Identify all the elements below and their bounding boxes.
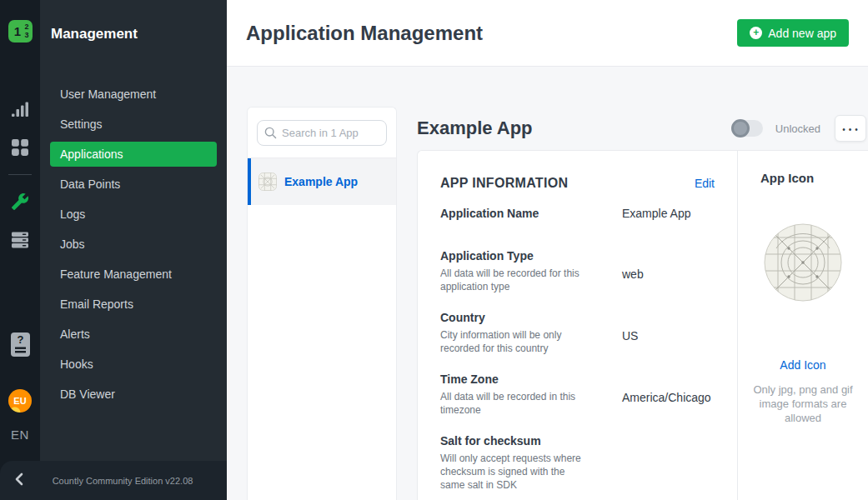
field-value: US bbox=[622, 310, 715, 355]
svg-text:?: ? bbox=[17, 333, 23, 346]
sidebar-item-hooks[interactable]: Hooks bbox=[50, 352, 217, 377]
sidebar-item-applications[interactable]: Applications bbox=[50, 142, 217, 167]
sidebar-footer: Countly Community Edition v22.08 bbox=[0, 461, 227, 500]
field-time-zone: Time Zone All data will be recorded in t… bbox=[440, 372, 715, 417]
sidebar-item-feature-management[interactable]: Feature Management bbox=[50, 262, 217, 287]
sidebar-item-jobs[interactable]: Jobs bbox=[50, 232, 217, 257]
app-info-card: APP INFORMATION Edit Application Name Ex… bbox=[417, 150, 868, 500]
lock-toggle[interactable] bbox=[732, 120, 763, 137]
add-icon-link[interactable]: Add Icon bbox=[780, 358, 825, 372]
management-sidebar: Management User Management Settings Appl… bbox=[40, 0, 227, 500]
sidebar-item-logs[interactable]: Logs bbox=[50, 202, 217, 227]
field-country: Country City information will be only re… bbox=[440, 310, 715, 355]
sidebar-title: Management bbox=[40, 26, 227, 42]
more-options-button[interactable] bbox=[835, 115, 866, 142]
magnifier-icon bbox=[264, 127, 277, 139]
analytics-icon[interactable] bbox=[10, 99, 30, 119]
icon-rail: 1 23 bbox=[0, 0, 40, 500]
avatar[interactable]: EU bbox=[8, 389, 32, 412]
data-server-icon[interactable] bbox=[10, 230, 30, 250]
app-search bbox=[257, 120, 387, 146]
dashboards-icon[interactable] bbox=[10, 138, 30, 158]
sidebar-item-data-points[interactable]: Data Points bbox=[50, 172, 217, 197]
sidebar-item-settings[interactable]: Settings bbox=[50, 112, 217, 137]
field-value bbox=[622, 433, 715, 492]
field-value: Example App bbox=[622, 206, 715, 222]
ellipsis-icon bbox=[842, 122, 859, 135]
sidebar-item-email-reports[interactable]: Email Reports bbox=[50, 292, 217, 317]
application-window: 1 23 bbox=[0, 0, 868, 500]
field-application-name: Application Name Example App bbox=[440, 206, 715, 222]
app-icon-section: App Icon bbox=[737, 151, 868, 500]
app-icon-placeholder bbox=[764, 223, 842, 305]
field-value: America/Chicago bbox=[622, 372, 715, 417]
app-title: Example App bbox=[417, 118, 732, 139]
collapse-sidebar-button[interactable] bbox=[0, 472, 38, 489]
management-wrench-icon[interactable] bbox=[10, 192, 30, 212]
app-mini-icon bbox=[258, 172, 277, 191]
page-header: Application Management Add new app bbox=[227, 0, 868, 67]
field-value: web bbox=[622, 248, 715, 293]
field-application-type: Application Type All data will be record… bbox=[440, 248, 715, 293]
app-item-label: Example App bbox=[284, 175, 358, 188]
language-selector[interactable]: EN bbox=[11, 428, 29, 442]
app-list-item[interactable]: Example App bbox=[248, 158, 396, 205]
chevron-left-icon bbox=[13, 472, 25, 489]
app-detail: Example App Unlocked APP INFORMATION Edi… bbox=[417, 107, 868, 500]
section-heading: APP INFORMATION bbox=[440, 176, 695, 191]
rail-divider bbox=[8, 174, 32, 175]
field-salt-for-checksum: Salt for checksum Will only accept reque… bbox=[440, 433, 715, 492]
edit-link[interactable]: Edit bbox=[695, 177, 715, 190]
app-icon-heading: App Icon bbox=[753, 171, 814, 185]
toggle-knob bbox=[731, 119, 750, 138]
app-information-section: APP INFORMATION Edit Application Name Ex… bbox=[418, 151, 737, 500]
sidebar-item-alerts[interactable]: Alerts bbox=[50, 322, 217, 347]
sidebar-item-user-management[interactable]: User Management bbox=[50, 82, 217, 107]
sidebar-item-db-viewer[interactable]: DB Viewer bbox=[50, 382, 217, 407]
version-label: Countly Community Edition v22.08 bbox=[38, 476, 227, 486]
add-new-app-button[interactable]: Add new app bbox=[737, 19, 849, 47]
plus-circle-icon bbox=[750, 27, 762, 39]
countly-logo[interactable]: 1 23 bbox=[8, 20, 33, 42]
app-detail-header: Example App Unlocked bbox=[417, 107, 868, 150]
sidebar-menu: User Management Settings Applications Da… bbox=[40, 82, 227, 407]
page-title: Application Management bbox=[246, 22, 737, 45]
app-list-panel: Example App bbox=[247, 107, 397, 500]
content-area: Example App Example App Unlocked bbox=[227, 67, 868, 500]
help-icon[interactable]: ? bbox=[10, 334, 30, 354]
main-area: Application Management Add new app bbox=[227, 0, 868, 500]
lock-toggle-label: Unlocked bbox=[775, 122, 820, 135]
icon-format-note: Only jpg, png and gif image formats are … bbox=[753, 382, 853, 425]
